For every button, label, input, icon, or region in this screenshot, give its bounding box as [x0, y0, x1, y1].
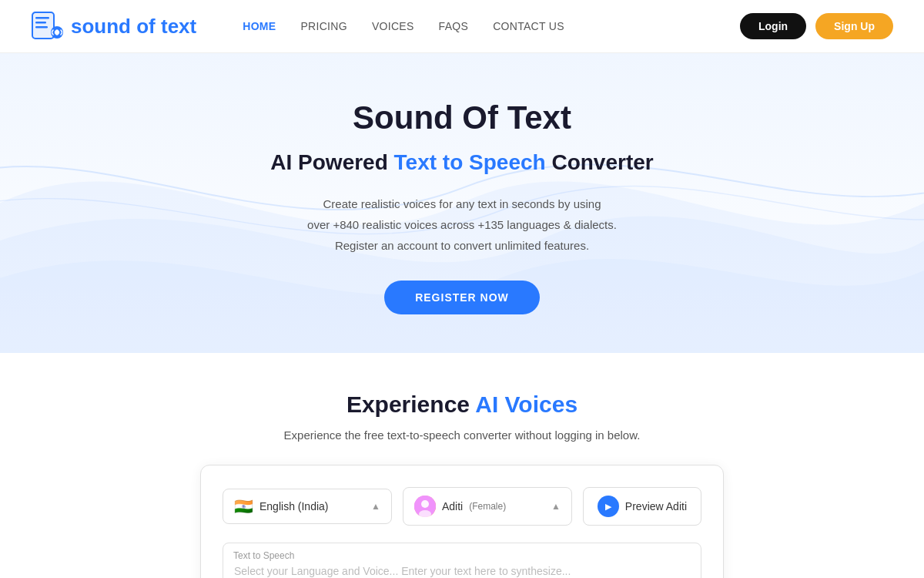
logo-text: sound of text [71, 15, 196, 39]
subtitle-highlight: Text to Speech [394, 150, 546, 174]
hero-desc-line3: Register an account to convert unlimited… [335, 239, 589, 252]
hero-description: Create realistic voices for any text in … [15, 193, 909, 256]
tts-heading: Experience AI Voices [15, 391, 909, 418]
navbar: sound of text HOME PRICING VOICES FAQS C… [0, 0, 924, 53]
hero-desc-line2: over +840 realistic voices across +135 l… [307, 218, 617, 231]
hero-subtitle: AI Powered Text to Speech Converter [15, 150, 909, 175]
language-select-left: 🇮🇳 English (India) [234, 497, 329, 516]
svg-rect-1 [35, 17, 49, 19]
subtitle-plain: AI Powered [270, 150, 393, 174]
nav-home[interactable]: HOME [243, 20, 276, 32]
svg-rect-0 [32, 12, 54, 39]
tts-heading-plain: Experience [346, 391, 475, 417]
voice-label: Aditi [442, 500, 463, 512]
language-label: English (India) [259, 500, 329, 512]
nav-buttons: Login Sign Up [740, 13, 893, 39]
logo[interactable]: sound of text [31, 9, 196, 43]
nav-faqs[interactable]: FAQS [439, 20, 469, 32]
nav-links: HOME PRICING VOICES FAQS CONTACT US [243, 20, 740, 32]
nav-voices[interactable]: VOICES [372, 20, 414, 32]
tts-subtext: Experience the free text-to-speech conve… [15, 428, 909, 442]
svg-rect-2 [35, 22, 46, 24]
hero-title: Sound Of Text [15, 99, 909, 136]
voice-chevron-icon: ▲ [551, 501, 561, 512]
hero-desc-line1: Create realistic voices for any text in … [323, 197, 601, 210]
preview-label: Preview Aditi [625, 500, 687, 512]
register-button[interactable]: REGISTER NOW [384, 281, 540, 314]
play-icon: ▶ [598, 496, 619, 517]
textarea-container: Text to Speech [223, 543, 701, 578]
signup-button[interactable]: Sign Up [815, 13, 893, 39]
login-button[interactable]: Login [740, 13, 806, 39]
language-chevron-icon: ▲ [371, 501, 380, 512]
voice-selector[interactable]: Aditi (Female) ▲ [403, 487, 572, 526]
india-flag-icon: 🇮🇳 [234, 497, 253, 516]
language-selector[interactable]: 🇮🇳 English (India) ▲ [223, 489, 392, 524]
nav-contact[interactable]: CONTACT US [493, 20, 564, 32]
tts-heading-highlight: AI Voices [475, 391, 578, 417]
subtitle-end: Converter [546, 150, 654, 174]
logo-icon [31, 9, 65, 43]
svg-point-6 [421, 500, 429, 508]
preview-button[interactable]: ▶ Preview Aditi [583, 487, 701, 526]
hero-section: Sound Of Text AI Powered Text to Speech … [0, 53, 924, 353]
voice-badge: (Female) [469, 501, 506, 512]
tts-widget: 🇮🇳 English (India) ▲ Aditi [200, 465, 724, 578]
tts-controls: 🇮🇳 English (India) ▲ Aditi [223, 487, 701, 526]
svg-rect-3 [35, 26, 48, 29]
tts-section: Experience AI Voices Experience the free… [0, 353, 924, 578]
nav-pricing[interactable]: PRICING [300, 20, 346, 32]
tts-input[interactable] [223, 543, 701, 578]
voice-avatar [414, 496, 436, 517]
voice-select-left: Aditi (Female) [414, 496, 506, 517]
